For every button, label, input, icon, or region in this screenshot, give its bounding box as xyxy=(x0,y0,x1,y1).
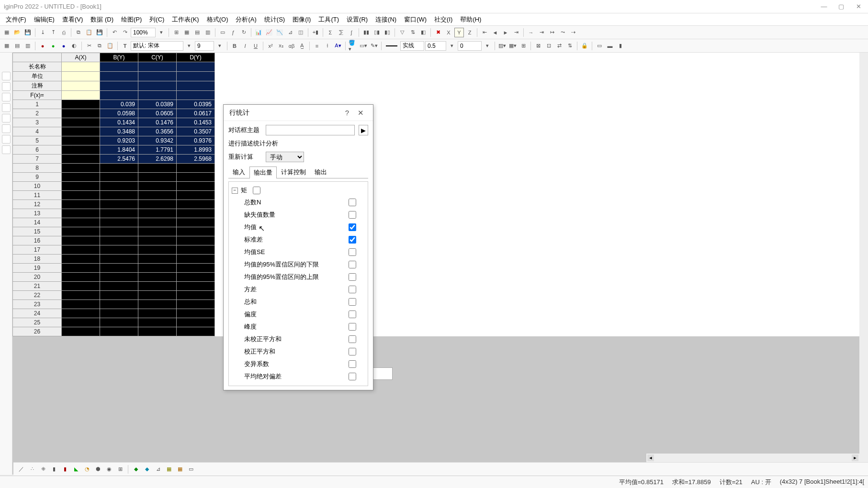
data-cell[interactable] xyxy=(138,218,177,227)
chart5-icon[interactable]: ◫ xyxy=(296,28,305,37)
row-header[interactable]: 14 xyxy=(13,218,62,227)
data-cell[interactable] xyxy=(62,318,100,327)
data-cell[interactable]: 0.3488 xyxy=(100,127,138,136)
data-cell[interactable] xyxy=(177,291,215,300)
label-cell[interactable] xyxy=(100,91,138,100)
ws1-icon[interactable]: ▦ xyxy=(2,41,11,51)
fontsize-combo[interactable] xyxy=(195,41,214,51)
menu-item[interactable]: 帮助(H) xyxy=(456,14,485,25)
bt-3d-icon[interactable]: ⬢ xyxy=(93,465,103,474)
menu-item[interactable]: 图像(I) xyxy=(289,14,315,25)
menu-item[interactable]: 数据 (D) xyxy=(87,14,117,25)
data-cell[interactable] xyxy=(177,245,215,255)
bold-icon[interactable]: B xyxy=(230,41,239,51)
data-cell[interactable] xyxy=(100,264,138,273)
zoom-dropdown-icon[interactable]: ▾ xyxy=(157,28,166,37)
ws2-icon[interactable]: ▤ xyxy=(12,41,22,51)
dialog-help-button[interactable]: ? xyxy=(340,107,354,119)
dialog-tab[interactable]: 输入 xyxy=(228,166,249,178)
font-combo[interactable] xyxy=(131,41,183,51)
data-cell[interactable] xyxy=(62,218,100,227)
grid-icon[interactable]: ▦▾ xyxy=(508,41,518,51)
bt-stats-icon[interactable]: ⊞ xyxy=(115,465,125,474)
stats2-icon[interactable]: ⅀ xyxy=(336,28,346,37)
label-cell[interactable] xyxy=(138,81,177,91)
linewidth-combo[interactable] xyxy=(425,41,446,51)
copy2-icon[interactable]: ⧉ xyxy=(95,41,104,51)
c3-icon[interactable]: ● xyxy=(59,41,68,51)
num-dropdown-icon[interactable]: ▾ xyxy=(483,41,492,51)
data-cell[interactable]: 0.0598 xyxy=(100,109,138,118)
data-cell[interactable] xyxy=(100,218,138,227)
dialog-recalc-combo[interactable]: 手动 xyxy=(266,152,304,162)
p1-icon[interactable]: ▭ xyxy=(595,41,604,51)
dialog-tab[interactable]: 输出量 xyxy=(249,166,277,178)
row-header[interactable]: 24 xyxy=(13,309,62,318)
zoom-input[interactable] xyxy=(131,28,156,37)
label-cell[interactable] xyxy=(100,62,138,72)
align-icon[interactable]: ≡ xyxy=(312,41,322,51)
option-checkbox[interactable] xyxy=(349,373,356,380)
menu-item[interactable]: 工具(T) xyxy=(315,14,343,25)
nav-prev-icon[interactable]: ◄ xyxy=(490,28,500,37)
greek-icon[interactable]: αβ xyxy=(287,41,296,51)
row-header[interactable]: 23 xyxy=(13,300,62,309)
menu-item[interactable]: 绘图(P) xyxy=(117,14,146,25)
data-cell[interactable] xyxy=(100,200,138,209)
chart2-icon[interactable]: 📈 xyxy=(264,28,274,37)
corner-cell[interactable] xyxy=(13,53,62,62)
data-cell[interactable] xyxy=(100,255,138,264)
option-checkbox[interactable] xyxy=(349,286,356,293)
data-cell[interactable] xyxy=(100,209,138,218)
data-cell[interactable] xyxy=(100,173,138,182)
data-cell[interactable] xyxy=(138,300,177,309)
underline-icon[interactable]: U xyxy=(251,41,260,51)
row-header[interactable]: 9 xyxy=(13,173,62,182)
data-cell[interactable] xyxy=(62,209,100,218)
label-cell[interactable] xyxy=(177,81,215,91)
data-cell[interactable] xyxy=(100,164,138,173)
menu-item[interactable]: 工作表(K) xyxy=(168,14,203,25)
data-cell[interactable] xyxy=(100,227,138,236)
nav-next-icon[interactable]: ► xyxy=(501,28,510,37)
stats1-icon[interactable]: Σ xyxy=(326,28,335,37)
column-header[interactable]: A(X) xyxy=(62,53,100,62)
matrix-icon[interactable]: ▦ xyxy=(182,28,192,37)
data-cell[interactable] xyxy=(62,245,100,255)
data-cell[interactable] xyxy=(138,291,177,300)
data-cell[interactable] xyxy=(62,291,100,300)
open-icon[interactable]: 📂 xyxy=(12,28,22,37)
vertical-scrollbar[interactable] xyxy=(859,53,868,475)
y-axis-icon[interactable]: Y xyxy=(454,28,464,37)
paste-icon[interactable]: 📋 xyxy=(84,28,94,37)
bars3-icon[interactable]: ▮▯ xyxy=(383,28,392,37)
data-cell[interactable] xyxy=(62,327,100,336)
data-cell[interactable] xyxy=(138,245,177,255)
m2-icon[interactable]: ⊡ xyxy=(544,41,553,51)
row-header[interactable]: 26 xyxy=(13,327,62,336)
option-checkbox[interactable] xyxy=(349,360,356,368)
menu-item[interactable]: 文件(F) xyxy=(2,14,30,25)
data-cell[interactable]: 0.1434 xyxy=(100,118,138,127)
data-cell[interactable] xyxy=(138,236,177,245)
data-cell[interactable] xyxy=(138,182,177,191)
c4-icon[interactable]: ◐ xyxy=(69,41,79,51)
data-cell[interactable] xyxy=(62,309,100,318)
fill-icon[interactable]: 🪣▾ xyxy=(348,41,358,51)
menu-item[interactable]: 窗口(W) xyxy=(400,14,430,25)
column-header[interactable]: D(Y) xyxy=(177,53,215,62)
row-header[interactable]: 6 xyxy=(13,145,62,155)
data-cell[interactable]: 1.8993 xyxy=(177,145,215,155)
sort-icon[interactable]: ⇅ xyxy=(408,28,417,37)
table-icon[interactable]: ⊞ xyxy=(519,41,528,51)
row-header[interactable]: 2 xyxy=(13,109,62,118)
data-cell[interactable] xyxy=(177,191,215,200)
option-checkbox[interactable] xyxy=(349,323,356,331)
option-checkbox[interactable] xyxy=(349,261,356,268)
data-cell[interactable] xyxy=(177,273,215,282)
textcolor-icon[interactable]: A▾ xyxy=(333,41,343,51)
m1-icon[interactable]: ⊠ xyxy=(533,41,543,51)
fontsize-dropdown-icon[interactable]: ▾ xyxy=(215,41,225,51)
filter-icon[interactable]: ▽ xyxy=(397,28,407,37)
bt-g3-icon[interactable]: ⊿ xyxy=(153,465,163,474)
